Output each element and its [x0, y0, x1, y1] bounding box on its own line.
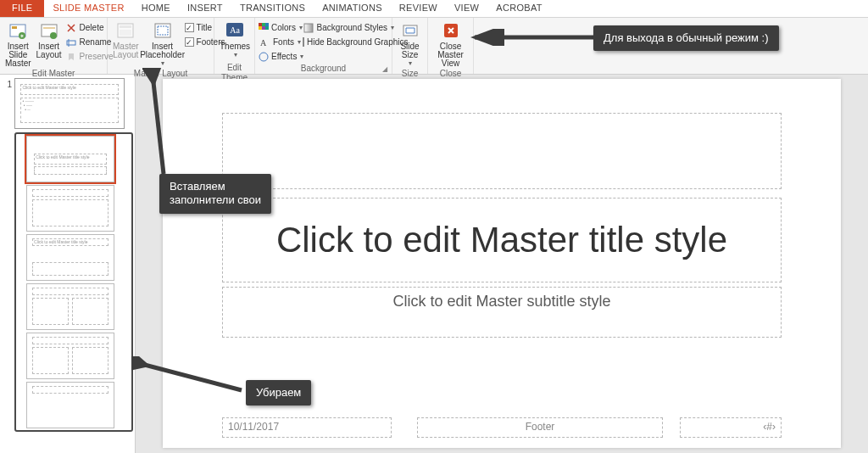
layout-thumbnail[interactable]: Click to edit Master title style — [26, 136, 114, 182]
group-close: Close Master View Close — [428, 18, 474, 74]
checkbox-checked-icon: ✓ — [185, 37, 194, 47]
svg-rect-10 — [120, 25, 131, 28]
effects-button[interactable]: Effects▾ — [259, 49, 301, 64]
effects-icon — [259, 51, 269, 63]
svg-rect-17 — [262, 23, 265, 26]
subtitle-text: Click to edit Master subtitle style — [392, 293, 610, 310]
svg-point-6 — [50, 32, 57, 39]
delete-icon — [65, 22, 77, 34]
group-edit-theme: Aa Themes▾ Edit Theme — [214, 18, 255, 74]
tab-transitions[interactable]: TRANSITIONS — [231, 0, 314, 17]
tab-review[interactable]: REVIEW — [391, 0, 446, 17]
slide-number-placeholder[interactable]: ‹#› — [680, 417, 782, 438]
svg-text:✶: ✶ — [19, 33, 25, 39]
group-label-background: Background◢ — [259, 64, 388, 75]
group-label-edit-theme: Edit Theme — [218, 63, 251, 74]
group-size: Slide Size▾ Size — [392, 18, 428, 74]
svg-rect-25 — [403, 25, 417, 36]
insert-slide-master-button[interactable]: ✶ Insert Slide Master — [3, 20, 33, 69]
master-number: 1 — [2, 78, 12, 453]
rename-button[interactable]: Rename — [65, 35, 114, 49]
slide-canvas-area[interactable]: Click to edit Master title style Click t… — [136, 75, 868, 453]
thumbnail-pane[interactable]: 1 Click to edit Master title style • ───… — [0, 75, 136, 453]
ribbon-tabs: FILE SLIDE MASTER HOME INSERT TRANSITION… — [0, 0, 868, 18]
fonts-button[interactable]: A Fonts▾ — [259, 35, 301, 49]
edit-master-small-buttons: Delete Rename Preserve — [65, 20, 114, 64]
title-text: Click to edit Master title style — [276, 220, 727, 260]
date-placeholder[interactable]: 10/11/2017 — [222, 417, 392, 438]
slide[interactable]: Click to edit Master title style Click t… — [163, 79, 841, 448]
group-master-layout: Master Layout Insert Placeholder▾ ✓ Titl… — [108, 18, 214, 74]
thumbnail-list: Click to edit Master title style • ─── •… — [12, 78, 133, 453]
svg-rect-24 — [304, 24, 313, 32]
layout-thumbnail[interactable]: Click to edit Master title style — [26, 234, 114, 281]
preserve-icon — [65, 51, 77, 63]
svg-rect-21 — [265, 26, 269, 30]
close-master-view-button[interactable]: Close Master View — [431, 20, 470, 69]
svg-rect-20 — [262, 26, 265, 30]
svg-rect-18 — [265, 23, 269, 26]
svg-rect-16 — [259, 23, 262, 26]
svg-rect-11 — [120, 30, 131, 36]
delete-button[interactable]: Delete — [65, 20, 114, 35]
layout-group-box: Click to edit Master title style Click t… — [14, 132, 133, 432]
group-edit-master: ✶ Insert Slide Master Insert Layout Dele… — [0, 18, 108, 74]
tab-home[interactable]: HOME — [133, 0, 179, 17]
close-icon — [441, 20, 461, 41]
slide-size-button[interactable]: Slide Size▾ — [396, 20, 424, 69]
svg-rect-1 — [12, 26, 17, 29]
tab-file[interactable]: FILE — [0, 0, 44, 17]
layout-thumbnail[interactable] — [26, 185, 114, 232]
slide-size-icon — [400, 20, 420, 41]
svg-text:A: A — [260, 38, 267, 48]
themes-button[interactable]: Aa Themes▾ — [218, 20, 252, 60]
insert-slide-master-label: Insert Slide Master — [5, 42, 31, 68]
insert-placeholder-button[interactable]: Insert Placeholder▾ — [142, 20, 183, 69]
main-area: 1 Click to edit Master title style • ───… — [0, 75, 868, 453]
background-right-col: Background Styles▾ Hide Background Graph… — [303, 20, 394, 49]
content-placeholder[interactable] — [222, 113, 782, 189]
slide-master-icon: ✶ — [8, 20, 28, 41]
svg-text:Aa: Aa — [230, 25, 240, 35]
colors-icon — [259, 22, 269, 34]
footer-placeholder[interactable]: Footer — [417, 417, 663, 438]
subtitle-placeholder[interactable]: Click to edit Master subtitle style — [222, 287, 782, 338]
chevron-down-icon: ▾ — [300, 53, 303, 60]
chevron-down-icon: ▾ — [409, 59, 412, 68]
master-layout-icon — [115, 20, 136, 41]
fonts-icon: A — [259, 36, 270, 48]
group-background: Colors▾ A Fonts▾ Effects▾ Background Sty… — [255, 18, 392, 74]
preserve-button[interactable]: Preserve — [65, 49, 114, 64]
rename-icon — [65, 36, 77, 48]
background-left-col: Colors▾ A Fonts▾ Effects▾ — [259, 20, 301, 64]
colors-button[interactable]: Colors▾ — [259, 20, 301, 35]
tab-view[interactable]: VIEW — [446, 0, 487, 17]
background-styles-button[interactable]: Background Styles▾ — [303, 20, 394, 35]
layout-thumbnail[interactable] — [26, 333, 114, 379]
hide-bg-checkbox[interactable]: Hide Background Graphics — [303, 35, 394, 49]
chevron-down-icon: ▾ — [298, 38, 301, 46]
tab-insert[interactable]: INSERT — [179, 0, 231, 17]
insert-layout-icon — [39, 20, 59, 41]
svg-point-23 — [259, 53, 268, 61]
svg-rect-19 — [259, 26, 262, 30]
chevron-down-icon: ▾ — [161, 59, 164, 68]
dialog-launcher-icon[interactable]: ◢ — [382, 64, 387, 75]
insert-layout-label: Insert Layout — [36, 42, 62, 59]
tab-animations[interactable]: ANIMATIONS — [314, 0, 391, 17]
ribbon: ✶ Insert Slide Master Insert Layout Dele… — [0, 18, 868, 75]
master-layout-button: Master Layout — [111, 20, 141, 60]
background-styles-icon — [303, 22, 314, 34]
placeholder-icon — [153, 20, 173, 41]
checkbox-checked-icon: ✓ — [185, 23, 194, 32]
checkbox-unchecked-icon — [303, 37, 304, 47]
layout-thumbnail[interactable] — [26, 283, 114, 330]
tab-acrobat[interactable]: ACROBAT — [487, 0, 550, 17]
insert-layout-button[interactable]: Insert Layout — [35, 20, 64, 60]
tab-slide-master[interactable]: SLIDE MASTER — [44, 0, 132, 17]
layout-thumbnail[interactable] — [26, 382, 114, 428]
master-thumbnail[interactable]: Click to edit Master title style • ─── •… — [14, 78, 125, 129]
title-placeholder[interactable]: Click to edit Master title style — [222, 198, 782, 282]
themes-icon: Aa — [225, 20, 245, 41]
chevron-down-icon: ▾ — [234, 51, 237, 59]
